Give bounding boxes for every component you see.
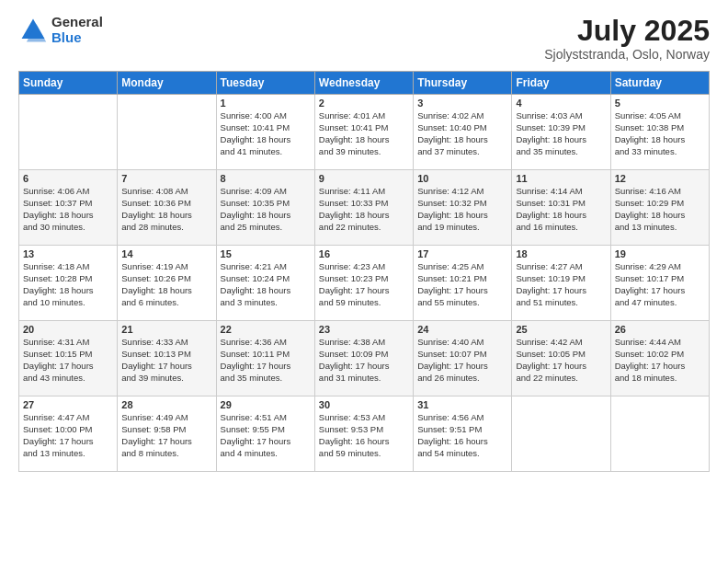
day-info: Sunrise: 4:14 AM Sunset: 10:31 PM Daylig… [516,186,606,233]
calendar-cell: 6Sunrise: 4:06 AM Sunset: 10:37 PM Dayli… [19,170,118,246]
calendar-cell: 18Sunrise: 4:27 AM Sunset: 10:19 PM Dayl… [512,246,610,321]
calendar-cell: 5Sunrise: 4:05 AM Sunset: 10:38 PM Dayli… [610,95,709,170]
day-info: Sunrise: 4:01 AM Sunset: 10:41 PM Daylig… [319,110,409,157]
day-number: 31 [417,399,507,410]
calendar-cell: 13Sunrise: 4:18 AM Sunset: 10:28 PM Dayl… [19,246,118,321]
day-info: Sunrise: 4:03 AM Sunset: 10:39 PM Daylig… [516,110,606,157]
day-number: 27 [23,399,113,410]
day-number: 17 [417,248,507,259]
title-block: July 2025 Sjolyststranda, Oslo, Norway [544,15,710,62]
day-number: 9 [319,173,409,184]
col-header-sunday: Sunday [19,72,118,95]
day-number: 5 [615,98,705,109]
week-row-5: 27Sunrise: 4:47 AM Sunset: 10:00 PM Dayl… [19,396,710,472]
day-number: 21 [121,324,211,335]
col-header-wednesday: Wednesday [314,72,413,95]
day-info: Sunrise: 4:36 AM Sunset: 10:11 PM Daylig… [221,337,311,384]
day-number: 6 [23,173,113,184]
calendar-cell: 11Sunrise: 4:14 AM Sunset: 10:31 PM Dayl… [512,170,610,246]
day-info: Sunrise: 4:18 AM Sunset: 10:28 PM Daylig… [23,261,113,308]
day-info: Sunrise: 4:21 AM Sunset: 10:24 PM Daylig… [221,261,311,308]
logo-general: General [51,15,103,30]
calendar-cell: 4Sunrise: 4:03 AM Sunset: 10:39 PM Dayli… [512,95,610,170]
day-number: 13 [23,248,113,259]
location: Sjolyststranda, Oslo, Norway [544,47,710,62]
day-info: Sunrise: 4:19 AM Sunset: 10:26 PM Daylig… [121,261,211,308]
day-number: 10 [417,173,507,184]
day-info: Sunrise: 4:05 AM Sunset: 10:38 PM Daylig… [615,110,705,157]
calendar-cell: 30Sunrise: 4:53 AM Sunset: 9:53 PM Dayli… [314,396,413,472]
day-number: 7 [121,173,211,184]
day-info: Sunrise: 4:09 AM Sunset: 10:35 PM Daylig… [221,186,311,233]
day-info: Sunrise: 4:00 AM Sunset: 10:41 PM Daylig… [221,110,311,157]
day-number: 15 [221,248,311,259]
day-info: Sunrise: 4:40 AM Sunset: 10:07 PM Daylig… [417,337,507,384]
calendar-cell: 29Sunrise: 4:51 AM Sunset: 9:55 PM Dayli… [216,396,314,472]
day-info: Sunrise: 4:08 AM Sunset: 10:36 PM Daylig… [121,186,211,233]
calendar-cell [19,95,118,170]
col-header-tuesday: Tuesday [216,72,314,95]
day-info: Sunrise: 4:11 AM Sunset: 10:33 PM Daylig… [319,186,409,233]
day-number: 2 [319,98,409,109]
header: General Blue July 2025 Sjolyststranda, O… [18,15,710,62]
calendar-cell: 22Sunrise: 4:36 AM Sunset: 10:11 PM Dayl… [216,321,314,396]
day-info: Sunrise: 4:31 AM Sunset: 10:15 PM Daylig… [23,337,113,384]
day-info: Sunrise: 4:25 AM Sunset: 10:21 PM Daylig… [417,261,507,308]
calendar: SundayMondayTuesdayWednesdayThursdayFrid… [18,71,710,472]
calendar-cell: 26Sunrise: 4:44 AM Sunset: 10:02 PM Dayl… [610,321,709,396]
col-header-friday: Friday [512,72,610,95]
day-info: Sunrise: 4:44 AM Sunset: 10:02 PM Daylig… [615,337,705,384]
day-number: 20 [23,324,113,335]
day-info: Sunrise: 4:23 AM Sunset: 10:23 PM Daylig… [319,261,409,308]
day-info: Sunrise: 4:12 AM Sunset: 10:32 PM Daylig… [417,186,507,233]
logo: General Blue [18,15,103,45]
day-number: 25 [516,324,606,335]
col-header-thursday: Thursday [414,72,512,95]
day-info: Sunrise: 4:53 AM Sunset: 9:53 PM Dayligh… [319,412,409,459]
col-header-monday: Monday [118,72,216,95]
calendar-cell: 24Sunrise: 4:40 AM Sunset: 10:07 PM Dayl… [414,321,512,396]
day-number: 24 [417,324,507,335]
calendar-cell: 19Sunrise: 4:29 AM Sunset: 10:17 PM Dayl… [610,246,709,321]
calendar-cell: 15Sunrise: 4:21 AM Sunset: 10:24 PM Dayl… [216,246,314,321]
day-info: Sunrise: 4:49 AM Sunset: 9:58 PM Dayligh… [121,412,211,459]
day-info: Sunrise: 4:06 AM Sunset: 10:37 PM Daylig… [23,186,113,233]
day-number: 1 [221,98,311,109]
col-header-saturday: Saturday [610,72,709,95]
day-number: 30 [319,399,409,410]
day-number: 26 [615,324,705,335]
calendar-cell: 16Sunrise: 4:23 AM Sunset: 10:23 PM Dayl… [314,246,413,321]
day-number: 22 [221,324,311,335]
day-info: Sunrise: 4:02 AM Sunset: 10:40 PM Daylig… [417,110,507,157]
week-row-3: 13Sunrise: 4:18 AM Sunset: 10:28 PM Dayl… [19,246,710,321]
week-row-1: 1Sunrise: 4:00 AM Sunset: 10:41 PM Dayli… [19,95,710,170]
calendar-cell: 17Sunrise: 4:25 AM Sunset: 10:21 PM Dayl… [414,246,512,321]
calendar-cell [512,396,610,472]
day-info: Sunrise: 4:47 AM Sunset: 10:00 PM Daylig… [23,412,113,459]
calendar-cell: 1Sunrise: 4:00 AM Sunset: 10:41 PM Dayli… [216,95,314,170]
calendar-cell: 10Sunrise: 4:12 AM Sunset: 10:32 PM Dayl… [414,170,512,246]
day-number: 29 [221,399,311,410]
calendar-cell: 23Sunrise: 4:38 AM Sunset: 10:09 PM Dayl… [314,321,413,396]
month-title: July 2025 [544,15,710,47]
calendar-cell: 9Sunrise: 4:11 AM Sunset: 10:33 PM Dayli… [314,170,413,246]
day-number: 16 [319,248,409,259]
day-number: 14 [121,248,211,259]
day-info: Sunrise: 4:33 AM Sunset: 10:13 PM Daylig… [121,337,211,384]
day-number: 19 [615,248,705,259]
day-number: 23 [319,324,409,335]
calendar-cell: 27Sunrise: 4:47 AM Sunset: 10:00 PM Dayl… [19,396,118,472]
week-row-4: 20Sunrise: 4:31 AM Sunset: 10:15 PM Dayl… [19,321,710,396]
day-info: Sunrise: 4:38 AM Sunset: 10:09 PM Daylig… [319,337,409,384]
day-number: 18 [516,248,606,259]
logo-blue: Blue [51,30,103,46]
calendar-header-row: SundayMondayTuesdayWednesdayThursdayFrid… [19,72,710,95]
day-number: 11 [516,173,606,184]
calendar-cell: 14Sunrise: 4:19 AM Sunset: 10:26 PM Dayl… [118,246,216,321]
page: General Blue July 2025 Sjolyststranda, O… [0,0,728,563]
calendar-cell [118,95,216,170]
calendar-cell: 21Sunrise: 4:33 AM Sunset: 10:13 PM Dayl… [118,321,216,396]
day-info: Sunrise: 4:29 AM Sunset: 10:17 PM Daylig… [615,261,705,308]
day-number: 8 [221,173,311,184]
week-row-2: 6Sunrise: 4:06 AM Sunset: 10:37 PM Dayli… [19,170,710,246]
